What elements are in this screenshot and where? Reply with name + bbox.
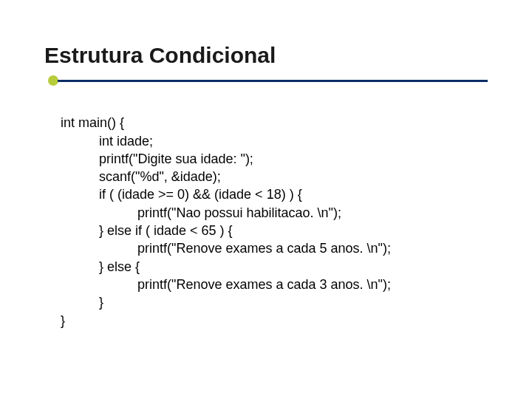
code-line: scanf("%d", &idade);: [61, 168, 221, 185]
horizontal-rule: [58, 80, 488, 82]
slide: Estrutura Condicional int main() { int i…: [0, 0, 532, 399]
code-line: printf("Digite sua idade: ");: [61, 150, 253, 168]
bullet-dot-icon: [48, 75, 58, 86]
code-line: }: [61, 313, 65, 328]
code-line: if ( (idade >= 0) && (idade < 18) ) {: [61, 185, 302, 203]
code-block: int main() { int idade; printf("Digite s…: [61, 96, 488, 347]
code-line: int main() {: [61, 115, 124, 130]
title-rule: [44, 72, 488, 89]
code-line: } else {: [61, 258, 140, 276]
code-line: printf("Nao possui habilitacao. \n");: [61, 204, 341, 222]
slide-title: Estrutura Condicional: [44, 43, 488, 68]
code-line: printf("Renove exames a cada 5 anos. \n"…: [61, 239, 391, 257]
code-line: int idade;: [61, 132, 153, 150]
code-line: }: [61, 293, 103, 311]
code-line: } else if ( idade < 65 ) {: [61, 222, 233, 239]
code-line: printf("Renove exames a cada 3 anos. \n"…: [61, 276, 391, 293]
